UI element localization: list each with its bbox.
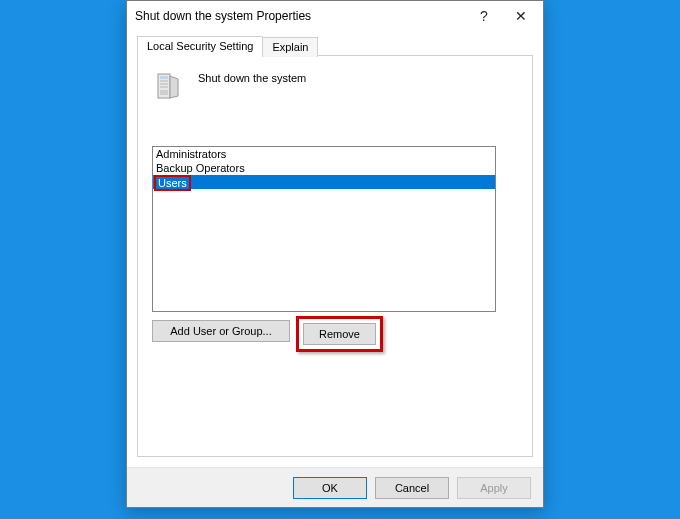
svg-rect-1 <box>160 76 168 79</box>
list-actions: Add User or Group... Remove <box>152 320 518 352</box>
policy-header: Shut down the system <box>152 70 518 106</box>
tab-pane: Shut down the system Administrators Back… <box>137 55 533 457</box>
annotation-highlight: Users <box>154 175 191 191</box>
ok-button[interactable]: OK <box>293 477 367 499</box>
tab-strip: Local Security Setting Explain <box>137 35 533 55</box>
add-user-or-group-button[interactable]: Add User or Group... <box>152 320 290 342</box>
principals-listbox[interactable]: Administrators Backup Operators Users <box>152 146 496 312</box>
apply-button: Apply <box>457 477 531 499</box>
titlebar[interactable]: Shut down the system Properties ? ✕ <box>127 1 543 31</box>
help-button[interactable]: ? <box>469 1 499 31</box>
svg-rect-3 <box>160 83 168 85</box>
list-item[interactable]: Administrators <box>153 147 495 161</box>
tab-local-security-setting[interactable]: Local Security Setting <box>137 36 263 56</box>
svg-rect-5 <box>160 90 168 95</box>
remove-button[interactable]: Remove <box>303 323 376 345</box>
window-title: Shut down the system Properties <box>135 9 469 23</box>
cancel-button[interactable]: Cancel <box>375 477 449 499</box>
server-icon <box>152 70 184 106</box>
svg-rect-2 <box>160 80 168 82</box>
close-button[interactable]: ✕ <box>499 1 543 31</box>
properties-dialog: Shut down the system Properties ? ✕ Loca… <box>126 0 544 508</box>
tab-explain[interactable]: Explain <box>262 37 318 57</box>
svg-rect-4 <box>160 86 168 88</box>
list-item-selected[interactable]: Users <box>153 175 495 189</box>
annotation-highlight: Remove <box>296 316 383 352</box>
policy-name-label: Shut down the system <box>198 70 306 84</box>
list-item[interactable]: Backup Operators <box>153 161 495 175</box>
dialog-footer: OK Cancel Apply <box>127 467 543 507</box>
content-area: Local Security Setting Explain Shut d <box>127 31 543 467</box>
